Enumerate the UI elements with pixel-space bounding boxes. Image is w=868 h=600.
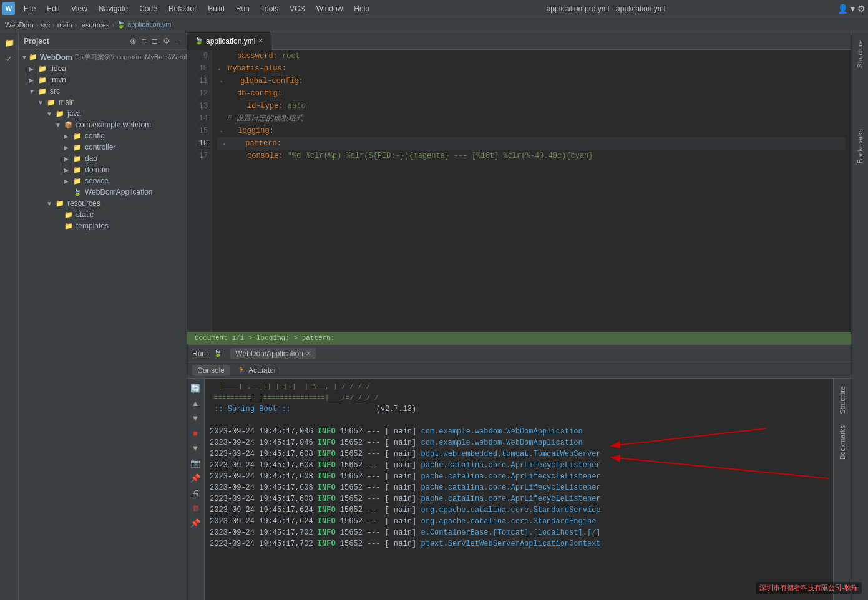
- breadcrumb-src[interactable]: src: [41, 21, 50, 29]
- sidebar-project-icon[interactable]: 📁: [2, 35, 17, 50]
- tree-item-mvn[interactable]: ▶ 📁 .mvn: [19, 74, 187, 85]
- tree-label-domain: domain: [85, 165, 109, 174]
- project-header: Project ⊕ ≡ ≣ ⚙ −: [19, 32, 187, 50]
- menu-refactor[interactable]: Refactor: [163, 3, 202, 14]
- menu-help[interactable]: Help: [349, 3, 374, 14]
- tree-label-package: com.example.webdom: [76, 120, 151, 129]
- tree-icon-mvn: 📁: [37, 75, 47, 84]
- menu-navigate[interactable]: Navigate: [94, 3, 133, 14]
- run-panel: Run: 🍃 WebDomApplication ✕ Console 🏃 Act…: [187, 344, 851, 600]
- menu-code[interactable]: Code: [134, 3, 162, 14]
- tree-item-templates[interactable]: ▶ 📁 templates: [19, 220, 187, 231]
- project-title: Project: [24, 37, 129, 46]
- project-add-btn[interactable]: ⊕: [129, 35, 138, 47]
- breadcrumb-webdom[interactable]: WebDom: [5, 21, 34, 29]
- project-collapse-btn[interactable]: ≣: [150, 35, 159, 47]
- run-print-btn[interactable]: 🖨: [188, 486, 202, 500]
- run-camera-btn[interactable]: 📷: [188, 456, 202, 470]
- menu-edit[interactable]: Edit: [42, 3, 65, 14]
- tab-close-btn[interactable]: ✕: [258, 37, 263, 45]
- log-line-ascii2: =========|_|===============|___/=/_/_/_/: [210, 392, 828, 404]
- tree-label-java: java: [67, 109, 81, 118]
- tab-label: application.yml: [206, 37, 255, 46]
- tree-item-static[interactable]: ▶ 📁 static: [19, 209, 187, 220]
- tree-icon-webdomapp: 🍃: [72, 188, 82, 196]
- tree-icon-dao: 📁: [72, 154, 82, 163]
- project-locate-btn[interactable]: ≡: [140, 35, 148, 47]
- log-line-5: 2023-09-24 19:45:17,608 INFO 15652 --- […: [210, 471, 828, 482]
- tree-arrow-dao: ▶: [64, 155, 71, 162]
- code-area[interactable]: password: root ⬩ mybatis-plus: ⬩ global-…: [212, 50, 851, 332]
- log-line-11: 2023-09-24 19:45:17,702 INFO 15652 --- […: [210, 538, 828, 549]
- menu-run[interactable]: Run: [231, 3, 255, 14]
- tree-item-java[interactable]: ▼ 📁 java: [19, 108, 187, 119]
- tree-arrow-controller: ▶: [64, 144, 71, 151]
- tree-item-controller[interactable]: ▶ 📁 controller: [19, 142, 187, 153]
- console-output[interactable]: |____| .__|-| |-|-| |-\__, | / / / / ===…: [205, 379, 833, 600]
- structure-sidebar-label[interactable]: Structure: [855, 35, 865, 73]
- tree-item-dao[interactable]: ▶ 📁 dao: [19, 153, 187, 164]
- tree-item-webdomapp[interactable]: ▶ 🍃 WebDomApplication: [19, 186, 187, 198]
- run-app-icon: 🍃: [213, 349, 223, 358]
- breadcrumb-main[interactable]: main: [57, 21, 72, 29]
- tree-label-idea: .idea: [50, 64, 66, 73]
- tree-item-webdom[interactable]: ▼ 📁 WebDom D:\学习案例\integrationMyBatis\We…: [19, 51, 187, 63]
- run-tab-webdomapp[interactable]: WebDomApplication ✕: [230, 348, 316, 359]
- console-tab[interactable]: Console: [192, 365, 230, 376]
- tree-path-webdom: D:\学习案例\integrationMyBatis\WebDom: [75, 52, 187, 62]
- tree-label-static: static: [76, 210, 94, 219]
- run-scroll-bot-btn[interactable]: ▼: [188, 411, 202, 425]
- console-tab-label: Console: [197, 366, 225, 375]
- run-restart-btn[interactable]: 🔄: [188, 381, 202, 395]
- tree-icon-config: 📁: [72, 132, 82, 140]
- tree-arrow-resources: ▼: [46, 200, 54, 207]
- tree-item-main[interactable]: ▼ 📁 main: [19, 97, 187, 108]
- run-scroll-top-btn[interactable]: ▲: [188, 396, 202, 410]
- structure-label[interactable]: Structure: [837, 381, 847, 419]
- breadcrumb-resources[interactable]: resources: [79, 21, 109, 29]
- code-line-15: ⬩ logging:: [217, 125, 846, 137]
- code-line-13: id-type: auto: [217, 100, 846, 112]
- menu-file[interactable]: File: [19, 3, 41, 14]
- run-header: Run: 🍃 WebDomApplication ✕: [187, 345, 851, 362]
- run-more-btn[interactable]: 📌: [188, 516, 202, 530]
- app-icon: W: [2, 2, 15, 15]
- settings-icon[interactable]: ⚙: [857, 4, 866, 14]
- project-settings-btn[interactable]: ⚙: [162, 35, 172, 47]
- tree-item-src[interactable]: ▼ 📁 src: [19, 85, 187, 97]
- bookmarks-label[interactable]: Bookmarks: [837, 420, 847, 465]
- tree-item-service[interactable]: ▶ 📁 service: [19, 175, 187, 186]
- tree-item-package[interactable]: ▼ 📦 com.example.webdom: [19, 119, 187, 130]
- menu-tools[interactable]: Tools: [256, 3, 283, 14]
- tree-item-domain[interactable]: ▶ 📁 domain: [19, 164, 187, 175]
- run-delete-btn[interactable]: 🗑: [188, 501, 202, 515]
- run-stop-btn[interactable]: ■: [188, 426, 202, 440]
- project-actions: ⊕ ≡ ≣ ⚙ −: [129, 35, 182, 47]
- tree-item-config[interactable]: ▶ 📁 config: [19, 130, 187, 142]
- tree-label-webdomapp: WebDomApplication: [85, 188, 153, 196]
- log-line-10: 2023-09-24 19:45:17,702 INFO 15652 --- […: [210, 527, 828, 538]
- tab-icon-yaml: 🍃: [195, 37, 203, 45]
- breadcrumb-file[interactable]: 🍃 application.yml: [117, 21, 173, 29]
- sidebar-commit-icon[interactable]: ✓: [2, 51, 17, 66]
- menu-view[interactable]: View: [66, 3, 92, 14]
- project-hide-btn[interactable]: −: [174, 35, 182, 47]
- account-icon[interactable]: 👤 ▾: [837, 4, 855, 14]
- menu-vcs[interactable]: VCS: [285, 3, 310, 14]
- menu-build[interactable]: Build: [203, 3, 230, 14]
- run-tab-close[interactable]: ✕: [306, 350, 311, 357]
- log-line-ascii1: |____| .__|-| |-|-| |-\__, | / / / /: [210, 381, 828, 392]
- project-tree: ▼ 📁 WebDom D:\学习案例\integrationMyBatis\We…: [19, 50, 187, 600]
- bookmarks-sidebar-label[interactable]: Bookmarks: [855, 124, 865, 168]
- menu-window[interactable]: Window: [311, 3, 348, 14]
- actuator-tab[interactable]: 🏃 Actuator: [232, 365, 281, 376]
- tree-icon-src: 📁: [37, 87, 47, 95]
- editor-tab-application-yml[interactable]: 🍃 application.yml ✕: [187, 32, 271, 50]
- run-pin-btn[interactable]: 📌: [188, 471, 202, 485]
- tree-arrow-domain: ▶: [64, 167, 71, 173]
- run-close-btn[interactable]: ▼: [188, 441, 202, 455]
- tree-item-idea[interactable]: ▶ 📁 .idea: [19, 63, 187, 74]
- tree-item-resources[interactable]: ▼ 📁 resources: [19, 198, 187, 209]
- line-numbers: 9 10 11 12 13 14 15 16 17: [187, 50, 212, 332]
- tree-label-main: main: [59, 98, 75, 107]
